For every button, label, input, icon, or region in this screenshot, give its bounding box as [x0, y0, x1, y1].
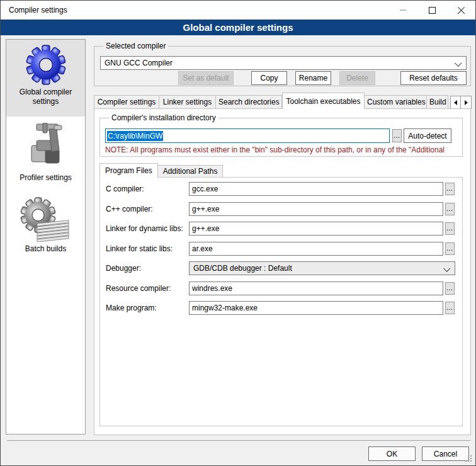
sidebar-item-profiler-settings[interactable]: Profiler settings	[6, 123, 85, 183]
gray-gear-stack-icon	[20, 196, 72, 242]
tab-program-files[interactable]: Program Files	[99, 163, 158, 178]
settings-sidebar: Global compiler settings Profiler settin…	[6, 39, 86, 435]
field-row-resource-compiler: Resource compiler: ...	[100, 281, 462, 295]
sidebar-item-global-compiler-settings[interactable]: Global compiler settings	[6, 40, 85, 116]
arrow-left-icon	[454, 100, 457, 105]
window-title: Compiler settings	[9, 1, 67, 20]
browse-directory-button[interactable]: ...	[392, 129, 402, 142]
chevron-down-icon	[443, 265, 450, 272]
compiler-combobox-value: GNU GCC Compiler	[105, 59, 173, 67]
tab-compiler-settings[interactable]: Compiler settings	[94, 95, 159, 109]
resize-grip[interactable]	[470, 460, 472, 462]
field-label: Linker for static libs:	[106, 244, 173, 253]
installation-directory-input[interactable]: C:\raylib\MinGW	[105, 128, 390, 143]
browse-make-program-button[interactable]: ...	[445, 302, 455, 314]
browse-cpp-compiler-button[interactable]: ...	[445, 203, 455, 215]
browse-c-compiler-button[interactable]: ...	[445, 183, 455, 195]
tab-linker-settings[interactable]: Linker settings	[159, 95, 216, 109]
tab-additional-paths[interactable]: Additional Paths	[158, 165, 224, 178]
chevron-down-icon	[455, 60, 462, 67]
toolchain-executables-page: Compiler's installation directory C:\ray…	[94, 108, 471, 435]
tab-custom-variables[interactable]: Custom variables	[365, 95, 427, 109]
delete-button[interactable]: Delete	[339, 71, 375, 85]
browse-linker-dynamic-button[interactable]: ...	[445, 222, 455, 235]
linker-dynamic-input[interactable]	[189, 222, 443, 236]
linker-static-input[interactable]	[189, 242, 443, 256]
maximize-button[interactable]	[417, 1, 446, 20]
make-program-input[interactable]	[189, 301, 443, 315]
program-files-panel: C compiler: ... C++ compiler: ... Linker…	[99, 177, 463, 426]
page-title: Global compiler settings	[1, 20, 475, 35]
bin-subdirectory-note: NOTE: All programs must exist either in …	[105, 145, 451, 154]
debugger-select[interactable]: GDB/CDB debugger : Default	[189, 261, 455, 275]
field-row-cpp-compiler: C++ compiler: ...	[100, 202, 462, 216]
blue-gear-icon	[26, 45, 66, 85]
debugger-select-value: GDB/CDB debugger : Default	[193, 264, 292, 273]
close-button[interactable]	[446, 1, 475, 20]
set-as-default-button[interactable]: Set as default	[178, 71, 234, 85]
maximize-icon	[429, 7, 436, 14]
browse-linker-static-button[interactable]: ...	[445, 242, 455, 255]
field-label: Resource compiler:	[106, 284, 171, 293]
installation-directory-legend: Compiler's installation directory	[109, 113, 218, 123]
selected-compiler-group: Selected compiler GNU GCC Compiler Set a…	[94, 46, 471, 86]
minimize-button[interactable]	[388, 1, 417, 20]
caliper-icon	[24, 123, 68, 171]
c-compiler-input[interactable]	[189, 182, 443, 196]
field-label: C++ compiler:	[106, 205, 153, 213]
field-row-make-program: Make program: ...	[100, 301, 462, 315]
tab-toolchain-executables[interactable]: Toolchain executables	[282, 93, 365, 109]
selected-compiler-legend: Selected compiler	[103, 42, 168, 51]
field-label: Make program:	[106, 304, 157, 312]
footer-divider	[7, 440, 470, 441]
browse-resource-compiler-button[interactable]: ...	[445, 282, 455, 295]
copy-button[interactable]: Copy	[251, 71, 287, 85]
cpp-compiler-input[interactable]	[189, 202, 443, 216]
sidebar-item-label: Profiler settings	[20, 173, 72, 183]
tab-search-directories[interactable]: Search directories	[216, 95, 282, 109]
auto-detect-button[interactable]: Auto-detect	[404, 128, 451, 143]
compiler-settings-dialog: Compiler settings Global compiler settin…	[0, 0, 476, 466]
cancel-button[interactable]: Cancel	[422, 446, 469, 461]
sidebar-item-label: Global compiler settings	[13, 88, 79, 106]
compiler-notebook-tabs: Compiler settings Linker settings Search…	[94, 93, 472, 109]
field-row-c-compiler: C compiler: ...	[100, 182, 462, 196]
resource-compiler-input[interactable]	[189, 281, 443, 295]
reset-defaults-button[interactable]: Reset defaults	[400, 71, 467, 85]
minimize-icon	[400, 9, 406, 11]
tab-scroll-left-button[interactable]	[450, 96, 461, 109]
tab-scroll-right-button[interactable]	[461, 96, 472, 109]
compiler-combobox[interactable]: GNU GCC Compiler	[100, 56, 467, 70]
programs-notebook-tabs: Program Files Additional Paths	[99, 163, 223, 178]
field-label: Debugger:	[106, 264, 141, 273]
close-icon	[457, 6, 465, 14]
tab-build-options[interactable]: Build options	[427, 95, 448, 109]
field-row-linker-dynamic: Linker for dynamic libs: ...	[100, 222, 462, 236]
field-label: Linker for dynamic libs:	[106, 224, 183, 233]
field-row-debugger: Debugger: GDB/CDB debugger : Default	[100, 261, 462, 275]
ok-button[interactable]: OK	[368, 446, 416, 461]
titlebar: Compiler settings	[1, 1, 475, 20]
field-row-linker-static: Linker for static libs: ...	[100, 242, 462, 256]
rename-button[interactable]: Rename	[295, 71, 331, 85]
arrow-right-icon	[465, 100, 468, 105]
sidebar-item-batch-builds[interactable]: Batch builds	[6, 196, 85, 254]
sidebar-item-label: Batch builds	[25, 244, 66, 254]
field-label: C compiler:	[106, 185, 144, 193]
installation-directory-value: C:\raylib\MinGW	[107, 131, 163, 141]
